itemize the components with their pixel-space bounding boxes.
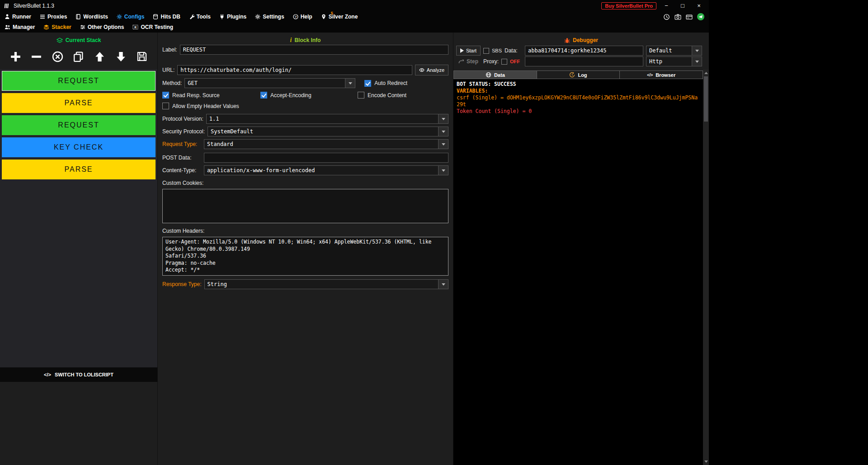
response-type-dropdown[interactable]: String	[204, 279, 448, 289]
scroll-down-icon[interactable]	[704, 460, 708, 463]
debug-data-input[interactable]	[525, 46, 643, 56]
variables-line: VARIABLES:	[457, 88, 700, 94]
tab-log[interactable]: Log	[537, 70, 620, 79]
switch-to-loliscript-button[interactable]: </> SWITCH TO LOLISCRIPT	[0, 367, 157, 382]
request-type-caption: Request Type:	[162, 141, 201, 147]
custom-cookies-textarea[interactable]	[162, 189, 448, 223]
submenu-manager[interactable]: Manager	[5, 24, 35, 30]
maximize-button[interactable]: □	[676, 0, 689, 11]
submenu-stacker[interactable]: Stacker	[43, 24, 71, 30]
add-block-button[interactable]	[7, 48, 24, 65]
menu-hits-db[interactable]: Hits DB	[153, 14, 180, 20]
menu-proxies[interactable]: Proxies	[40, 14, 67, 20]
close-button[interactable]: ×	[693, 0, 705, 11]
proxy-type-dropdown[interactable]: Http	[646, 56, 702, 66]
protocol-version-row: Protocol Version: 1.1	[162, 114, 448, 124]
submenu-other-options[interactable]: Other Options	[80, 24, 124, 30]
protocol-version-dropdown[interactable]: 1.1	[206, 114, 448, 124]
security-protocol-caption: Security Protocol:	[162, 128, 205, 135]
start-button[interactable]: Start	[456, 46, 481, 56]
app-logo-icon	[4, 3, 10, 9]
encode-content-checkbox[interactable]	[358, 92, 364, 99]
protocol-version-caption: Protocol Version:	[162, 116, 203, 122]
stack-panel-header: Current Stack	[0, 36, 157, 45]
content-type-dropdown[interactable]: application/x-www-form-urlencoded	[204, 165, 448, 175]
debugger-scrollbar[interactable]	[703, 70, 709, 465]
history-icon[interactable]	[663, 14, 670, 20]
tab-browser[interactable]: </> Browser	[620, 70, 703, 79]
menu-tools[interactable]: Tools	[189, 14, 211, 20]
play-icon	[460, 48, 464, 53]
debugger-panel: Debugger Start SBS Data: Default	[453, 33, 709, 465]
sbs-checkbox[interactable]	[483, 48, 489, 54]
card-icon[interactable]	[686, 14, 693, 20]
main-area: Current Stack REQUEST PARSE REQUEST KEY …	[0, 33, 709, 465]
request-type-dropdown[interactable]: Standard	[204, 139, 448, 149]
clear-stack-button[interactable]	[49, 48, 66, 65]
clone-block-button[interactable]	[71, 48, 87, 65]
accept-encoding-option: Accept-Encoding	[260, 92, 358, 99]
method-caption: Method:	[162, 80, 182, 86]
main-menubar: Runner Proxies Wordlists Configs Hits DB…	[0, 12, 709, 22]
stack-blocks-list: REQUEST PARSE REQUEST KEY CHECK PARSE	[0, 69, 157, 367]
menu-settings[interactable]: Settings	[255, 14, 284, 20]
silver-zone-badge: 5	[331, 11, 333, 15]
allow-empty-headers-checkbox[interactable]	[162, 103, 169, 109]
auto-redirect-option: Auto Redirect	[364, 80, 407, 87]
screenshot-icon[interactable]	[675, 14, 681, 20]
move-block-down-button[interactable]	[113, 48, 129, 65]
menu-help[interactable]: ? Help	[293, 14, 312, 20]
scrollbar-thumb[interactable]	[704, 76, 708, 122]
layers-icon	[43, 24, 49, 30]
url-input[interactable]	[177, 65, 412, 75]
menu-runner[interactable]: Runner	[5, 14, 31, 20]
eye-icon	[419, 67, 425, 73]
move-block-up-button[interactable]	[92, 48, 108, 65]
svg-text:?: ?	[294, 15, 297, 19]
stack-block[interactable]: PARSE	[2, 93, 156, 113]
stack-block[interactable]: REQUEST	[2, 115, 156, 135]
scroll-up-icon[interactable]	[704, 72, 708, 74]
menu-wordlists[interactable]: Wordlists	[75, 14, 108, 20]
stack-block[interactable]: PARSE	[2, 160, 156, 179]
stack-block[interactable]: KEY CHECK	[2, 137, 156, 157]
method-row: Method: GET Auto Redirect	[162, 78, 448, 88]
proxy-input[interactable]	[525, 56, 643, 66]
chevron-down-icon	[345, 79, 355, 88]
analyze-button[interactable]: Analyze	[415, 65, 448, 75]
buy-pro-button[interactable]: Buy SilverBullet Pro	[601, 2, 656, 9]
custom-headers-textarea[interactable]: User-Agent: Mozilla/5.0 (Windows NT 10.0…	[162, 237, 448, 276]
menu-plugins[interactable]: Plugins	[219, 14, 246, 20]
sliders-icon	[80, 24, 85, 30]
app-window: SilverBullet 1.1.3 Buy SilverBullet Pro …	[0, 0, 709, 465]
remove-block-button[interactable]	[28, 48, 45, 65]
menu-configs[interactable]: Configs	[117, 14, 145, 20]
telegram-icon[interactable]	[697, 13, 704, 20]
menu-silver-zone[interactable]: 5 Silver Zone	[321, 14, 358, 20]
proxy-checkbox[interactable]	[501, 59, 507, 65]
proxies-icon	[40, 14, 45, 19]
security-protocol-dropdown[interactable]: SystemDefault	[208, 127, 448, 136]
data-caption: Data:	[505, 47, 518, 54]
read-resp-option: Read Resp. Source	[162, 92, 260, 99]
method-dropdown[interactable]: GET	[184, 78, 355, 88]
submenu-ocr-testing[interactable]: R OCR Testing	[132, 24, 173, 30]
stack-layers-icon	[57, 38, 63, 43]
read-resp-checkbox[interactable]	[162, 92, 169, 99]
auto-redirect-checkbox[interactable]	[364, 80, 371, 87]
wordlist-type-dropdown[interactable]: Default	[646, 46, 702, 56]
accept-encoding-checkbox[interactable]	[260, 92, 267, 99]
minimize-button[interactable]: −	[660, 0, 673, 11]
custom-headers-caption: Custom Headers:	[162, 228, 448, 234]
person-pin-icon	[321, 14, 326, 19]
save-config-button[interactable]	[134, 48, 150, 65]
tab-data[interactable]: Data	[453, 70, 537, 79]
step-button[interactable]: Step	[456, 58, 481, 65]
block-label-input[interactable]	[180, 45, 448, 55]
help-icon: ?	[293, 14, 298, 19]
stack-panel: Current Stack REQUEST PARSE REQUEST KEY …	[0, 33, 157, 465]
window-title: SilverBullet 1.1.3	[14, 3, 54, 9]
post-data-input[interactable]	[204, 153, 448, 163]
wrench-icon	[189, 14, 194, 19]
stack-block[interactable]: REQUEST	[2, 71, 156, 91]
